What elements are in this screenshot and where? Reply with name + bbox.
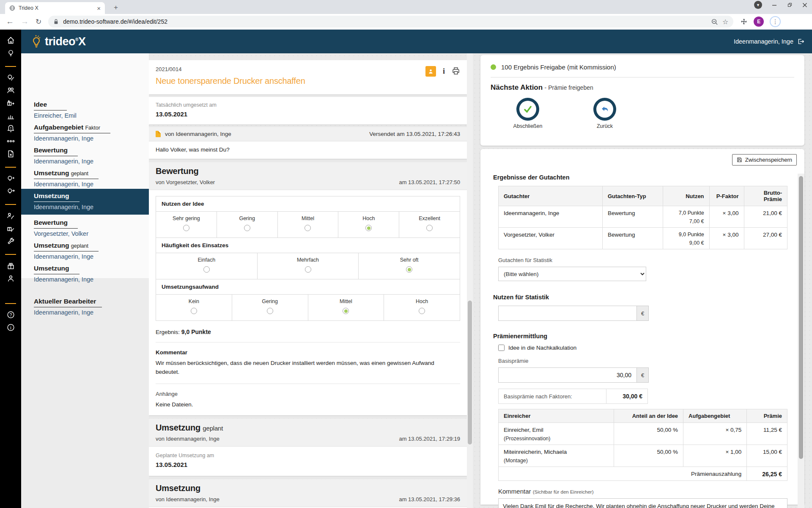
radio-option-gering[interactable]: Gering (217, 212, 278, 237)
tab-close-icon[interactable]: × (97, 5, 101, 11)
divider (5, 204, 16, 205)
timeline-item-bewertung-2[interactable]: Bewertung Vorgesetzter, Volker (21, 219, 149, 237)
bookmark-star-icon[interactable]: ☆ (722, 18, 728, 26)
window-restore-button[interactable] (787, 2, 793, 8)
edit-users-icon[interactable] (6, 211, 15, 220)
divider (5, 254, 16, 255)
navbar-user[interactable]: Ideenmanagerin, Inge (734, 38, 804, 45)
idea-icon[interactable] (6, 48, 15, 58)
radio-icon[interactable] (305, 266, 311, 273)
radio-option-sehr-gering[interactable]: Sehr gering (156, 212, 217, 237)
main-scrollbar-thumb[interactable] (468, 301, 472, 444)
settings-icon[interactable] (6, 236, 15, 246)
radio-option-mittel-selected[interactable]: Mittel (308, 295, 384, 320)
nachkalkulation-checkbox-row[interactable]: Idee in die Nachkalkulation (498, 345, 797, 351)
new-idea-icon[interactable] (6, 174, 15, 183)
einreicher-row: Einreicher, Emil(Prozessinnovation) 50,0… (499, 423, 787, 445)
assign-user-icon[interactable] (425, 66, 436, 77)
comment-text: Wir müssen berücksichtigen, dass die neu… (156, 359, 452, 377)
radio-icon[interactable] (203, 266, 210, 273)
notifications-icon[interactable] (6, 124, 15, 133)
window-minimize-button[interactable] (771, 2, 777, 8)
statistics-icon[interactable] (6, 111, 15, 120)
forward-button[interactable]: → (21, 17, 29, 26)
more-icon[interactable] (6, 136, 15, 146)
edit-idea-icon[interactable] (6, 73, 15, 82)
result-value: 9,0 Punkte (181, 329, 211, 335)
radio-icon[interactable] (267, 308, 273, 314)
lock-icon (53, 19, 59, 25)
panel-scrollbar-thumb[interactable] (799, 176, 803, 459)
basispraemie-label: Basisprämie (498, 358, 797, 364)
panel-comment-label: Kommentar (Sichtbar für den Einreicher) (498, 488, 797, 495)
profile-chevron-icon[interactable]: ▼ (754, 1, 762, 9)
main-scrollbar[interactable] (467, 53, 473, 508)
extensions-icon[interactable] (740, 18, 748, 25)
nachkalkulation-checkbox[interactable] (498, 345, 505, 351)
info-icon[interactable]: i (6, 323, 15, 332)
address-bar[interactable]: demo.trideo-software.de/#/idea/edit/252 … (48, 16, 733, 28)
radio-icon[interactable] (183, 225, 189, 231)
new-tab-button[interactable]: + (111, 3, 121, 13)
radio-option-kein[interactable]: Kein (156, 295, 232, 320)
reload-button[interactable]: ↻ (36, 17, 41, 26)
radio-option-mehrfach[interactable]: Mehrfach (258, 253, 359, 279)
planned-date-value: 13.05.2021 (156, 461, 460, 468)
users-icon[interactable] (6, 86, 15, 95)
profile-icon[interactable] (6, 273, 15, 283)
back-button[interactable]: ← (6, 17, 14, 26)
help-icon[interactable]: ? (6, 310, 15, 319)
timeline-item-umsetzung-active[interactable]: Umsetzung Ideenmanagerin, Inge (21, 189, 149, 215)
panel-comment-textarea[interactable]: Vielen Dank Emil für die Recherche. Wir … (498, 498, 787, 508)
radio-icon-selected[interactable] (365, 225, 372, 231)
basispraemie-input[interactable] (498, 367, 637, 383)
section-title: Umsetzung (156, 483, 460, 493)
radio-icon[interactable] (426, 225, 433, 231)
browser-avatar[interactable]: E (754, 17, 764, 27)
share-idea-icon[interactable] (6, 186, 15, 196)
complete-button[interactable]: Abschließen (502, 98, 553, 129)
radio-option-hoch-2[interactable]: Hoch (384, 295, 460, 320)
browser-tab[interactable]: Trideo X × (5, 2, 105, 14)
idea-info-icon[interactable]: i (443, 67, 445, 76)
statistics-gutachten-select[interactable]: (Bitte wählen) (498, 267, 646, 281)
radio-icon[interactable] (244, 225, 250, 231)
rewards-icon[interactable] (6, 261, 15, 270)
radio-option-gering-2[interactable]: Gering (232, 295, 308, 320)
radio-option-exzellent[interactable]: Exzellent (399, 212, 460, 237)
panel-scrollbar[interactable] (798, 174, 804, 508)
print-icon[interactable] (452, 66, 460, 77)
radio-icon[interactable] (191, 308, 197, 314)
document-icon (156, 131, 161, 137)
back-button-action[interactable]: Zurück (579, 98, 630, 129)
rating-table: Nutzen der Idee Sehr gering Gering Mitte… (156, 196, 460, 321)
radio-option-hoch-selected[interactable]: Hoch (338, 212, 399, 237)
app-navbar: trideo®X Ideenmanagerin, Inge (21, 30, 812, 53)
export-file-icon[interactable] (6, 149, 15, 158)
timeline-item-bewertung-1[interactable]: Bewertung Ideenmanagerin, Inge (21, 146, 149, 164)
timeline-item-aufgabengebiet[interactable]: Aufgabengebiet Faktor Ideenmanagerin, In… (21, 124, 149, 141)
radio-icon-selected[interactable] (406, 266, 412, 273)
radio-option-mittel[interactable]: Mittel (278, 212, 339, 237)
zoom-out-icon[interactable] (711, 18, 718, 25)
radio-option-einfach[interactable]: Einfach (156, 253, 258, 279)
home-icon[interactable] (6, 36, 15, 45)
next-action: Nächste Aktion - Prämie freigeben (491, 83, 794, 92)
nutzen-statistik-input[interactable] (498, 306, 637, 321)
divider (5, 167, 16, 168)
app-logo[interactable]: trideo®X (31, 35, 85, 48)
radio-icon-selected[interactable] (343, 308, 349, 314)
logout-icon[interactable] (797, 38, 804, 45)
radio-option-sehr-oft-selected[interactable]: Sehr oft (359, 253, 460, 279)
browser-menu-icon[interactable]: ⋮ (770, 16, 781, 27)
edit-gift-icon[interactable] (6, 224, 15, 233)
forward-gift-icon[interactable] (6, 98, 15, 108)
save-draft-button[interactable]: Zwischenspeichern (732, 154, 797, 166)
radio-icon[interactable] (419, 308, 425, 314)
timeline-item-umsetzung-geplant-1[interactable]: Umsetzung geplant Ideenmanagerin, Inge (21, 169, 149, 187)
timeline-item-umsetzung-geplant-2[interactable]: Umsetzung geplant Ideenmanagerin, Inge (21, 242, 149, 260)
window-close-button[interactable] (802, 2, 808, 8)
rating-group-label: Häufigkeit des Einsatzes (156, 238, 460, 253)
radio-icon[interactable] (304, 225, 311, 231)
timeline-item-idee[interactable]: Idee Einreicher, Emil (21, 101, 149, 119)
